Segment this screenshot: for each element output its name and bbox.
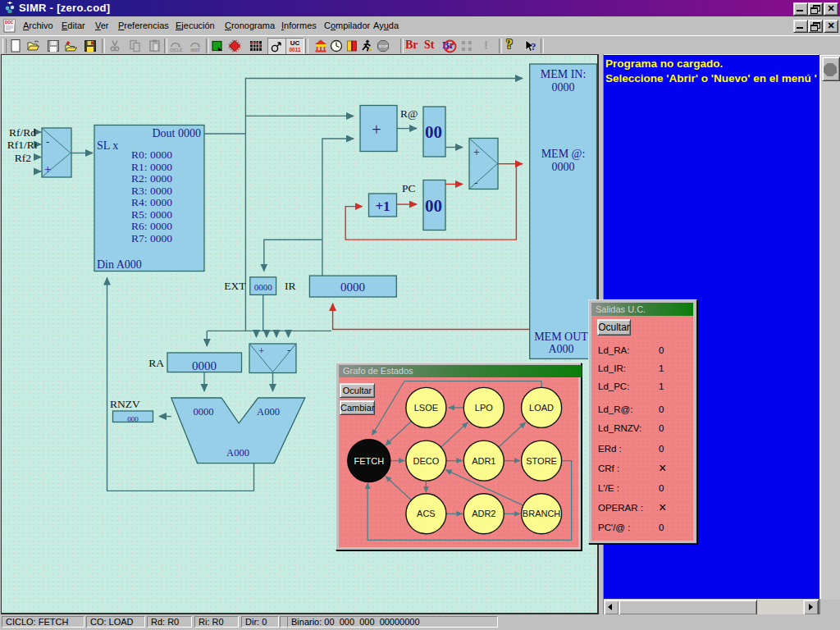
svg-text:DECO: DECO [413, 456, 440, 466]
svg-text:BRANCH: BRANCH [523, 509, 561, 518]
svg-text:FETCH: FETCH [354, 456, 384, 466]
svg-text:LOAD: LOAD [529, 403, 554, 413]
svg-text:ADR1: ADR1 [472, 456, 495, 466]
svg-text:LPO: LPO [475, 403, 493, 413]
svg-text:?: ? [531, 40, 536, 52]
svg-text:LSOE: LSOE [414, 403, 438, 413]
svg-text:INST: INST [191, 48, 200, 52]
svg-text:DOC: DOC [5, 21, 14, 25]
svg-text:STORE: STORE [526, 456, 557, 466]
svg-text:STOP: STOP [379, 44, 389, 48]
svg-text:ACS: ACS [417, 509, 436, 518]
svg-text:CICLO: CICLO [170, 48, 182, 52]
svg-text:ADR2: ADR2 [472, 509, 495, 518]
